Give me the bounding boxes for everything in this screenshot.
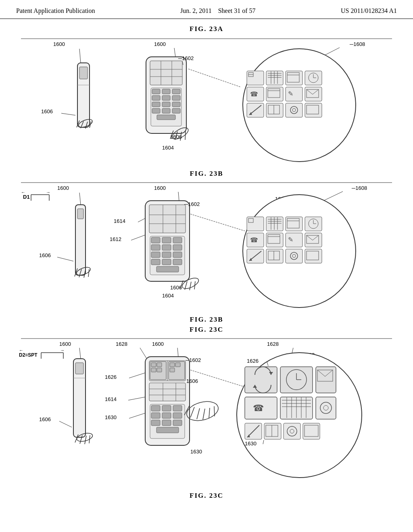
svg-line-199 [85, 436, 86, 444]
svg-rect-129 [173, 259, 182, 265]
svg-rect-231 [173, 405, 182, 411]
svg-line-246 [209, 408, 210, 418]
svg-text:1606: 1606 [186, 378, 198, 384]
svg-rect-236 [162, 420, 171, 426]
svg-text:1628: 1628 [267, 341, 279, 347]
svg-rect-112 [149, 205, 186, 233]
svg-text:1630: 1630 [190, 449, 202, 455]
svg-text:1614: 1614 [105, 396, 117, 402]
svg-rect-29 [162, 102, 170, 107]
svg-text:1604: 1604 [162, 145, 174, 151]
figure-23b-svg: D1 ← → 1600 1606 1600 1614 [17, 179, 396, 316]
svg-text:☎: ☎ [253, 403, 264, 413]
svg-rect-30 [172, 102, 180, 107]
figure-23a-svg: 1600 1606 1600 [17, 35, 396, 168]
svg-text:─1602: ─1602 [178, 55, 194, 61]
figure-23b-title: FIG. 23B [16, 170, 397, 178]
svg-line-244 [197, 408, 200, 419]
svg-rect-217 [151, 368, 156, 372]
svg-rect-216 [151, 363, 156, 367]
svg-line-195 [59, 421, 72, 427]
svg-rect-25 [152, 96, 160, 100]
figure-23c-title-label: FIG. 23C [16, 492, 397, 500]
svg-rect-34 [157, 115, 175, 120]
svg-rect-221 [175, 363, 180, 367]
svg-text:1604: 1604 [162, 293, 174, 299]
header-left: Patent Application Publication [16, 7, 95, 15]
svg-rect-60 [286, 71, 302, 85]
figure-23c-section: FIG. 23C D2=SPT ← → 1600 1606 [16, 326, 397, 500]
svg-rect-283 [284, 423, 300, 439]
svg-rect-155 [286, 217, 302, 231]
svg-line-143 [323, 191, 343, 201]
svg-text:D2=SPT: D2=SPT [19, 352, 38, 358]
svg-text:1606: 1606 [39, 252, 51, 258]
svg-rect-192 [75, 363, 83, 374]
svg-text:1600: 1600 [59, 341, 71, 347]
svg-rect-16 [150, 61, 182, 85]
svg-rect-232 [151, 413, 160, 418]
svg-text:1600: 1600 [57, 185, 69, 191]
svg-rect-125 [162, 252, 171, 258]
svg-rect-22 [152, 89, 160, 94]
svg-text:→: → [46, 190, 50, 195]
svg-rect-230 [162, 405, 171, 411]
svg-rect-50 [247, 71, 264, 85]
svg-line-190 [79, 348, 81, 359]
svg-text:←: ← [19, 348, 23, 353]
svg-line-14 [174, 48, 175, 57]
svg-line-245 [203, 409, 205, 420]
svg-rect-121 [151, 245, 160, 250]
svg-text:✎: ✎ [288, 236, 293, 243]
svg-rect-32 [162, 108, 170, 113]
svg-text:→: → [60, 348, 65, 353]
svg-text:1614: 1614 [114, 218, 125, 224]
svg-text:1600: 1600 [154, 185, 166, 191]
svg-text:1630: 1630 [245, 441, 257, 447]
svg-rect-177 [286, 249, 302, 263]
svg-line-247 [214, 406, 215, 416]
page-header: Patent Application Publication Jun. 2, 2… [0, 0, 413, 19]
svg-line-136 [190, 282, 191, 290]
svg-rect-69 [266, 87, 283, 101]
svg-rect-4 [79, 67, 88, 79]
svg-text:✎: ✎ [288, 90, 293, 97]
svg-rect-223 [149, 383, 186, 401]
svg-line-200 [89, 435, 90, 443]
svg-text:─1608: ─1608 [349, 41, 365, 47]
svg-line-202 [177, 348, 178, 357]
svg-rect-31 [152, 108, 160, 113]
svg-rect-28 [152, 102, 160, 107]
svg-line-104 [88, 269, 89, 277]
svg-line-44 [188, 69, 241, 87]
svg-rect-148 [266, 217, 283, 231]
svg-rect-126 [173, 252, 182, 258]
svg-rect-222 [170, 368, 175, 372]
svg-text:1606: 1606 [41, 108, 53, 114]
main-content: FIG. 23A 1600 1606 1600 [0, 19, 413, 504]
svg-rect-74 [305, 87, 322, 101]
svg-line-95 [79, 193, 81, 205]
svg-line-110 [131, 235, 145, 240]
svg-rect-82 [286, 103, 302, 117]
svg-text:1630: 1630 [105, 414, 117, 420]
svg-rect-237 [173, 420, 182, 426]
svg-text:1606: 1606 [39, 416, 51, 422]
svg-text:1600: 1600 [152, 341, 164, 347]
svg-line-243 [190, 407, 194, 418]
svg-text:☎: ☎ [250, 91, 258, 98]
svg-rect-286 [303, 423, 320, 439]
figure-23a-title: FIG. 23A [16, 25, 397, 33]
svg-rect-235 [151, 420, 160, 426]
svg-line-42 [185, 131, 186, 140]
svg-text:1600: 1600 [154, 41, 166, 47]
svg-text:1628: 1628 [116, 341, 127, 347]
svg-rect-127 [151, 259, 160, 265]
figure-23c-title: FIG. 23C [16, 326, 397, 334]
svg-rect-123 [173, 245, 182, 250]
svg-line-7 [61, 113, 75, 115]
svg-rect-229 [151, 405, 160, 411]
svg-line-137 [194, 281, 195, 289]
figure-23c-svg: D2=SPT ← → 1600 1606 1600 [17, 335, 396, 492]
svg-rect-238 [156, 427, 179, 433]
